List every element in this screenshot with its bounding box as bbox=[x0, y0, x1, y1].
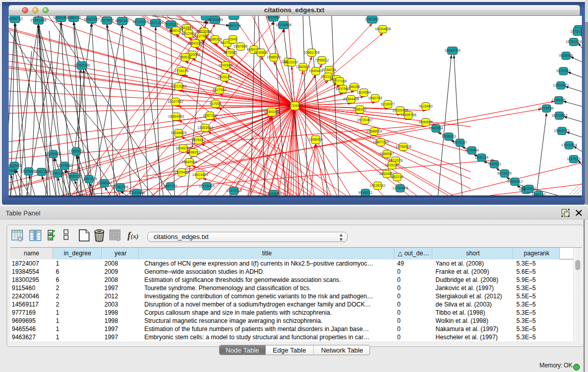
svg-text:17957225: 17957225 bbox=[81, 177, 97, 181]
svg-text:9660124: 9660124 bbox=[169, 29, 183, 32]
svg-text:14914479: 14914479 bbox=[192, 173, 208, 177]
svg-text:10654112: 10654112 bbox=[507, 180, 523, 183]
svg-text:15751074: 15751074 bbox=[565, 40, 581, 43]
svg-text:20206576: 20206576 bbox=[45, 152, 61, 156]
svg-text:1244415: 1244415 bbox=[552, 98, 565, 102]
svg-text:18807249: 18807249 bbox=[373, 140, 388, 144]
svg-text:13353594: 13353594 bbox=[197, 126, 213, 129]
svg-text:12433065: 12433065 bbox=[266, 192, 281, 195]
svg-text:3498222: 3498222 bbox=[186, 150, 200, 154]
svg-text:8127509: 8127509 bbox=[194, 34, 208, 38]
svg-text:12942737: 12942737 bbox=[33, 170, 49, 173]
svg-text:15716485: 15716485 bbox=[199, 184, 214, 188]
svg-text:2087662: 2087662 bbox=[365, 17, 379, 21]
svg-text:1145134: 1145134 bbox=[51, 171, 64, 175]
svg-text:13733426: 13733426 bbox=[392, 186, 408, 190]
svg-text:12505135: 12505135 bbox=[66, 174, 82, 178]
svg-text:2718176: 2718176 bbox=[175, 69, 188, 73]
svg-text:3267110: 3267110 bbox=[203, 114, 217, 117]
svg-text:18300295: 18300295 bbox=[264, 110, 279, 114]
svg-text:21053346: 21053346 bbox=[74, 63, 90, 67]
svg-text:10653287: 10653287 bbox=[83, 17, 99, 21]
svg-text:7515524: 7515524 bbox=[164, 23, 178, 26]
svg-text:14136141: 14136141 bbox=[369, 184, 385, 187]
svg-text:3215958: 3215958 bbox=[539, 106, 553, 110]
svg-text:16210643: 16210643 bbox=[551, 114, 567, 117]
svg-text:16033809: 16033809 bbox=[207, 18, 223, 21]
svg-text:9384067: 9384067 bbox=[380, 152, 394, 156]
svg-text:252214: 252214 bbox=[391, 175, 403, 179]
svg-text:989612: 989612 bbox=[179, 55, 191, 59]
svg-text:8427552: 8427552 bbox=[212, 88, 226, 92]
svg-text:746266: 746266 bbox=[348, 85, 360, 89]
svg-text:9329966: 9329966 bbox=[559, 54, 573, 57]
svg-text:2803144: 2803144 bbox=[217, 75, 231, 79]
svg-text:3875685: 3875685 bbox=[223, 51, 237, 54]
svg-text:19654983: 19654983 bbox=[168, 115, 184, 118]
svg-text:9245012: 9245012 bbox=[358, 191, 372, 194]
svg-text:1615132: 1615132 bbox=[385, 163, 399, 167]
svg-text:19756928: 19756928 bbox=[395, 145, 411, 148]
svg-text:6216077: 6216077 bbox=[381, 102, 395, 106]
svg-text:12923448: 12923448 bbox=[128, 191, 144, 194]
svg-text:1575107: 1575107 bbox=[570, 30, 582, 33]
svg-text:2367608: 2367608 bbox=[233, 45, 247, 48]
svg-text:10958117: 10958117 bbox=[97, 181, 113, 185]
svg-text:2935114: 2935114 bbox=[475, 156, 489, 159]
svg-text:27691406: 27691406 bbox=[30, 18, 46, 22]
svg-text:7955812: 7955812 bbox=[315, 58, 329, 62]
svg-text:1066170: 1066170 bbox=[67, 16, 80, 19]
svg-text:1045120: 1045120 bbox=[531, 193, 545, 195]
svg-text:16154808: 16154808 bbox=[375, 27, 390, 31]
svg-text:16543382: 16543382 bbox=[187, 41, 203, 45]
svg-text:9777169: 9777169 bbox=[333, 79, 346, 83]
svg-text:16782759: 16782759 bbox=[112, 185, 128, 189]
svg-text:9674444: 9674444 bbox=[465, 148, 478, 152]
svg-text:8813054: 8813054 bbox=[266, 16, 280, 19]
svg-text:16671355: 16671355 bbox=[147, 21, 163, 25]
svg-text:9794074: 9794074 bbox=[322, 68, 336, 72]
svg-text:10975887: 10975887 bbox=[56, 164, 72, 167]
svg-text:19166829: 19166829 bbox=[170, 131, 186, 135]
svg-text:0699695: 0699695 bbox=[419, 120, 432, 124]
svg-text:16107552: 16107552 bbox=[167, 100, 183, 103]
svg-text:10688609: 10688609 bbox=[366, 129, 382, 133]
svg-text:5878352: 5878352 bbox=[191, 138, 205, 142]
svg-text:14055712: 14055712 bbox=[9, 17, 23, 20]
svg-text:15640994: 15640994 bbox=[181, 160, 197, 164]
svg-text:7986322: 7986322 bbox=[353, 107, 366, 111]
svg-text:17359924: 17359924 bbox=[68, 149, 84, 153]
svg-text:16046788: 16046788 bbox=[175, 146, 191, 150]
svg-text:9115460: 9115460 bbox=[419, 104, 433, 108]
svg-text:7625402: 7625402 bbox=[175, 170, 188, 174]
svg-text:17016504: 17016504 bbox=[561, 143, 577, 147]
svg-text:10961758: 10961758 bbox=[303, 51, 319, 54]
svg-text:1527602: 1527602 bbox=[100, 18, 114, 22]
svg-text:14495798: 14495798 bbox=[400, 113, 416, 117]
svg-text:6879197: 6879197 bbox=[453, 141, 467, 144]
svg-text:8912954: 8912954 bbox=[182, 32, 195, 35]
svg-text:12093872: 12093872 bbox=[553, 83, 569, 87]
svg-text:21364436: 21364436 bbox=[343, 97, 359, 101]
svg-text:1362615: 1362615 bbox=[296, 65, 310, 69]
svg-text:10719155: 10719155 bbox=[132, 20, 148, 24]
svg-text:8938923: 8938923 bbox=[442, 135, 455, 138]
svg-text:1060748: 1060748 bbox=[368, 96, 382, 100]
svg-text:9657791: 9657791 bbox=[163, 184, 177, 188]
svg-text:10472113: 10472113 bbox=[226, 189, 242, 192]
svg-text:9227342: 9227342 bbox=[556, 69, 570, 73]
svg-text:18724007: 18724007 bbox=[287, 104, 302, 107]
svg-text:1958454: 1958454 bbox=[309, 138, 322, 141]
svg-text:8471676: 8471676 bbox=[497, 171, 511, 175]
svg-text:1167533: 1167533 bbox=[567, 157, 581, 161]
svg-text:8186328: 8186328 bbox=[208, 37, 222, 41]
svg-text:1640954: 1640954 bbox=[429, 126, 443, 130]
svg-text:7857274: 7857274 bbox=[227, 24, 241, 28]
svg-text:16648784: 16648784 bbox=[444, 49, 460, 52]
svg-text:9919547: 9919547 bbox=[9, 169, 17, 172]
svg-text:9615612: 9615612 bbox=[522, 187, 536, 190]
svg-text:9146821: 9146821 bbox=[254, 51, 268, 54]
svg-text:8322037: 8322037 bbox=[285, 60, 298, 64]
svg-text:1588520: 1588520 bbox=[267, 55, 280, 59]
svg-text:1624554: 1624554 bbox=[357, 91, 371, 94]
